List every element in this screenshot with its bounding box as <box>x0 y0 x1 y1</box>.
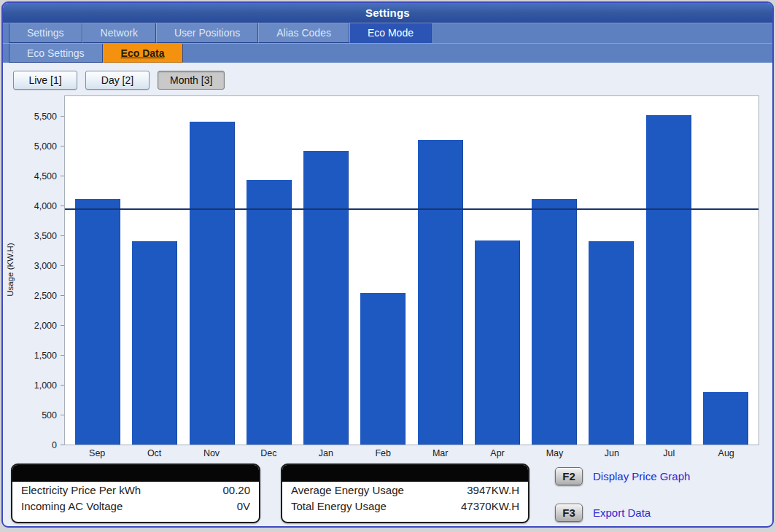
x-tick-jul: Jul <box>646 448 691 458</box>
y-axis-title: Usage (KW.H) <box>6 243 15 297</box>
bar-oct <box>132 241 177 445</box>
energy-usage-chart <box>64 95 759 445</box>
ac-voltage-row: Incoming AC Voltage 0V <box>12 498 259 514</box>
panel-header <box>12 465 259 482</box>
view-mode-buttons: Live [1] Day [2] Month [3] <box>13 71 225 90</box>
bar-nov <box>190 122 235 445</box>
settings-window: Settings Settings Network User Positions… <box>1 1 774 528</box>
bar-jul <box>646 115 691 445</box>
bar-sep <box>75 199 120 445</box>
x-tick-nov: Nov <box>189 448 234 458</box>
bar-mar <box>418 140 463 445</box>
display-price-graph-link[interactable]: Display Price Graph <box>593 470 690 482</box>
total-usage-row: Total Energy Usage 47370KW.H <box>282 498 528 514</box>
total-usage-label: Total Energy Usage <box>291 498 387 514</box>
window-title-bar: Settings <box>3 3 772 23</box>
x-tick-aug: Aug <box>704 448 749 458</box>
y-tick-label: 3,000 <box>34 261 57 271</box>
y-tick-label: 4,500 <box>34 171 57 181</box>
export-data-link[interactable]: Export Data <box>593 506 651 519</box>
bar-may <box>532 199 577 445</box>
y-tick-label: 5,000 <box>34 141 57 152</box>
electricity-price-label: Electricity Price Per kWh <box>21 482 141 498</box>
month-button[interactable]: Month [3] <box>158 71 225 90</box>
x-tick-jun: Jun <box>589 448 635 458</box>
x-tick-feb: Feb <box>360 448 406 458</box>
x-tick-jan: Jan <box>303 448 349 458</box>
x-tick-mar: Mar <box>418 448 463 458</box>
x-tick-sep: Sep <box>74 448 120 458</box>
electricity-price-value: 00.20 <box>222 482 250 498</box>
sub-tab-bar: Eco Settings Eco Data <box>3 43 772 63</box>
average-usage-line <box>65 208 758 210</box>
main-tab-bar: Settings Network User Positions Alias Co… <box>3 23 772 43</box>
f2-key-button[interactable]: F2 <box>555 467 583 485</box>
y-tick-label: 1,000 <box>34 380 57 391</box>
y-tick-label: 5,500 <box>34 112 57 122</box>
bar-feb <box>360 293 406 445</box>
bar-dec <box>247 180 292 445</box>
y-tick-label: 1,500 <box>34 351 57 361</box>
panel-header <box>282 465 528 482</box>
x-axis-labels: SepOctNovDecJanFebMarAprMayJunJulAug <box>64 448 759 458</box>
f3-key-button[interactable]: F3 <box>555 504 583 522</box>
bars <box>65 96 758 445</box>
tab-user-positions[interactable]: User Positions <box>156 23 258 43</box>
subtab-eco-settings[interactable]: Eco Settings <box>9 44 103 63</box>
average-usage-row: Average Energy Usage 3947KW.H <box>282 482 528 498</box>
average-usage-value: 3947KW.H <box>467 482 519 498</box>
subtab-eco-data[interactable]: Eco Data <box>103 44 183 63</box>
bar-jan <box>303 151 349 445</box>
y-tick-label: 2,000 <box>34 321 57 331</box>
average-usage-label: Average Energy Usage <box>291 482 404 498</box>
x-tick-may: May <box>532 448 577 458</box>
y-tick-label: 3,500 <box>34 231 57 241</box>
energy-usage-panel: Average Energy Usage 3947KW.H Total Ener… <box>281 463 529 523</box>
tab-network[interactable]: Network <box>82 23 156 43</box>
tab-eco-mode[interactable]: Eco Mode <box>349 23 432 43</box>
electricity-info-panel: Electricity Price Per kWh 00.20 Incoming… <box>11 463 260 523</box>
y-tick-label: 2,500 <box>34 291 57 301</box>
electricity-price-row: Electricity Price Per kWh 00.20 <box>12 482 259 498</box>
bar-aug <box>703 392 748 445</box>
window-title: Settings <box>365 7 410 19</box>
tab-alias-codes[interactable]: Alias Codes <box>258 23 349 43</box>
bar-jun <box>589 241 634 445</box>
x-tick-dec: Dec <box>246 448 291 458</box>
display-price-graph-action: F2 Display Price Graph <box>555 467 690 485</box>
export-data-action: F3 Export Data <box>555 504 651 522</box>
y-tick-label: 500 <box>42 410 57 420</box>
x-tick-oct: Oct <box>132 448 177 458</box>
y-tick-label: 0 <box>52 440 57 450</box>
x-tick-apr: Apr <box>475 448 520 458</box>
day-button[interactable]: Day [2] <box>85 71 150 90</box>
ac-voltage-label: Incoming AC Voltage <box>21 498 123 514</box>
live-button[interactable]: Live [1] <box>13 71 77 90</box>
y-tick-label: 4,000 <box>34 201 57 211</box>
total-usage-value: 47370KW.H <box>461 498 519 514</box>
bar-apr <box>475 240 520 445</box>
ac-voltage-value: 0V <box>237 498 250 514</box>
tab-settings[interactable]: Settings <box>9 23 82 43</box>
